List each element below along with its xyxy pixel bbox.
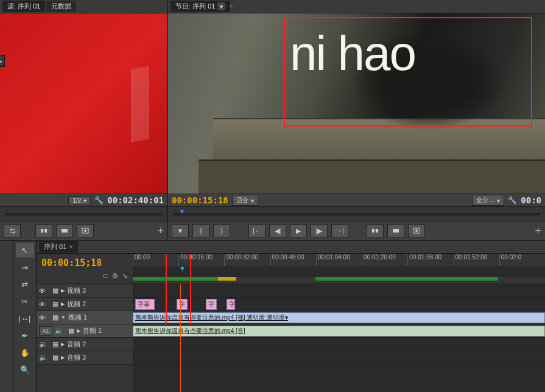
eye-icon[interactable]: 👁 [39, 287, 50, 295]
program-transport: ▼ { } |← ◀| ▶ |▶ →| + [168, 222, 545, 240]
sync-lock-icon[interactable]: ▦ [52, 340, 58, 348]
track-header-v3[interactable]: 👁▦▶视频 3 [37, 284, 133, 298]
sequence-tab[interactable]: 序列 01× [39, 241, 78, 253]
program-fit-dropdown[interactable]: 适合▾ [232, 195, 258, 206]
pen-tool[interactable]: ✒ [16, 328, 34, 343]
program-tabs: 节目: 序列 01▾ × [168, 0, 545, 13]
source-scrub[interactable] [0, 207, 167, 222]
subtitle-clip[interactable]: 字 [227, 299, 235, 310]
source-tab[interactable]: 源: 序列 01 [2, 1, 45, 12]
settings-icon[interactable]: ↘ [122, 271, 128, 280]
source-timecode[interactable]: 00:02:40:01 [107, 195, 164, 205]
sync-lock-icon[interactable]: ▦ [52, 313, 58, 321]
export-frame-button[interactable] [408, 224, 425, 237]
play-button[interactable]: ▶ [290, 224, 307, 237]
track-a3[interactable] [133, 351, 545, 365]
step-forward-button[interactable]: |▶ [311, 224, 328, 237]
subtitle-clip[interactable]: 字 [206, 299, 217, 310]
sync-lock-icon[interactable]: ▦ [52, 300, 58, 308]
track-header-a1[interactable]: A1🔉▦▶音频 1 [37, 324, 133, 338]
linked-selection-icon[interactable]: ⊕ [112, 271, 118, 280]
slip-tool[interactable]: |↔| [16, 311, 34, 326]
playhead-icon[interactable]: ▼ [179, 208, 185, 215]
playhead-line[interactable] [180, 284, 181, 392]
program-scrub[interactable]: ▼ [168, 207, 545, 222]
add-marker-button[interactable]: ▼ [172, 224, 189, 237]
source-tabs: 源: 序列 01 元数据 [0, 0, 167, 13]
ripple-edit-tool[interactable]: ⇄ [16, 277, 34, 292]
track-header-a2[interactable]: 🔉▦▶音频 2 [37, 338, 133, 351]
wrench-icon[interactable]: 🔧 [94, 196, 104, 205]
sync-lock-icon[interactable]: ▦ [52, 354, 58, 362]
svg-rect-5 [372, 229, 374, 233]
extract-button[interactable] [387, 224, 404, 237]
mark-out-button[interactable]: } [213, 224, 230, 237]
source-controls-bar: 1/2▾ 🔧 00:02:40:01 [0, 194, 167, 207]
eye-icon[interactable]: 👁 [39, 314, 50, 321]
zoom-tool[interactable]: 🔍 [16, 362, 34, 377]
track-a2[interactable] [133, 338, 545, 351]
eye-icon[interactable]: 👁 [39, 301, 50, 308]
ruler-tick: 00:02:0 [499, 254, 545, 266]
tool-palette: ↖ ⇥ ⇄ ✂ |↔| ✒ ✋ 🔍 [13, 240, 37, 392]
track-header-v1[interactable]: 👁▦▼视频 1 [37, 311, 133, 324]
svg-point-9 [415, 229, 418, 232]
program-monitor-panel: 节目: 序列 01▾ × ni hao 00:00:15:18 适合▾ 全分…▾… [168, 0, 545, 240]
video-clip[interactable]: 熊本熊告诉你温泉有些要注意的.mp4 [视] 透明度:透明度▾ [133, 312, 545, 323]
subtitle-clip[interactable]: 字幕 [135, 299, 155, 310]
metadata-tab[interactable]: 元数据 [46, 1, 76, 12]
program-duration: 00:0 [521, 195, 541, 205]
collapse-arrow-icon[interactable]: ▶ [0, 55, 5, 67]
hand-tool[interactable]: ✋ [16, 345, 34, 360]
title-overlay-text: ni hao [290, 26, 415, 82]
speaker-icon[interactable]: 🔉 [55, 327, 66, 335]
program-quality-dropdown[interactable]: 全分…▾ [472, 195, 504, 206]
timeline-timecode[interactable]: 00:00:15;18 [41, 257, 128, 268]
overwrite-button[interactable] [56, 224, 73, 237]
source-video[interactable] [0, 13, 167, 194]
program-timecode[interactable]: 00:00:15:18 [172, 195, 228, 205]
source-zoom-dropdown[interactable]: 1/2▾ [68, 196, 91, 205]
close-icon[interactable]: × [229, 3, 233, 10]
audio-clip[interactable]: 熊本熊告诉你温泉有些要注意的.mp4 [音] [133, 326, 545, 337]
timeline-content[interactable]: 字幕 字 字 字 熊本熊告诉你温泉有些要注意的.mp4 [视] 透明度:透明度▾… [133, 284, 545, 392]
timeline-collapse-strip: ▶ [0, 240, 13, 392]
timeline-panel: ▶ ↖ ⇥ ⇄ ✂ |↔| ✒ ✋ 🔍 序列 01× 00:00:15;18 ⊂… [0, 240, 545, 392]
mark-toggle-button[interactable]: ⇆ [4, 224, 21, 237]
add-button-icon[interactable]: + [535, 225, 541, 237]
track-headers: 👁▦▶视频 3 👁▦▶视频 2 👁▦▼视频 1 A1🔉▦▶音频 1 🔉▦▶音频 … [37, 284, 133, 392]
close-icon[interactable]: × [69, 243, 72, 250]
wrench-icon[interactable]: 🔧 [508, 196, 517, 205]
source-patch-a1[interactable]: A1 [39, 326, 52, 336]
program-tab[interactable]: 节目: 序列 01▾ [171, 1, 230, 12]
track-header-v2[interactable]: 👁▦▶视频 2 [37, 298, 133, 311]
lift-button[interactable] [367, 224, 384, 237]
track-v1[interactable]: 熊本熊告诉你温泉有些要注意的.mp4 [视] 透明度:透明度▾ [133, 311, 545, 324]
sync-lock-icon[interactable]: ▦ [52, 287, 58, 295]
svg-rect-2 [62, 229, 68, 233]
insert-button[interactable] [35, 224, 52, 237]
playhead-marker-icon[interactable]: ▼ [179, 265, 186, 272]
add-button-icon[interactable]: + [157, 225, 164, 237]
sync-lock-icon[interactable]: ▦ [68, 327, 74, 335]
program-controls-bar: 00:00:15:18 适合▾ 全分…▾ 🔧 00:0 [168, 194, 545, 207]
track-select-tool[interactable]: ⇥ [16, 260, 34, 275]
speaker-icon[interactable]: 🔉 [39, 354, 50, 362]
program-video[interactable]: ni hao [168, 13, 545, 194]
track-a1[interactable]: 熊本熊告诉你温泉有些要注意的.mp4 [音] [133, 324, 545, 338]
track-header-a3[interactable]: 🔉▦▶音频 3 [37, 351, 133, 365]
razor-tool[interactable]: ✂ [16, 294, 34, 309]
subtitle-clip[interactable]: 字 [177, 299, 188, 310]
snap-icon[interactable]: ⊂ [102, 271, 108, 280]
ruler-tick: 00:01:36:00 [407, 254, 453, 266]
export-frame-button[interactable] [77, 224, 94, 237]
track-v2[interactable]: 字幕 字 字 字 [133, 298, 545, 311]
go-to-out-button[interactable]: →| [331, 224, 348, 237]
selection-tool[interactable]: ↖ [16, 243, 34, 257]
speaker-icon[interactable]: 🔉 [39, 340, 50, 348]
timeline-ruler[interactable]: 00:0000:00:16:0000:00:32:0000:00:48:0000… [133, 254, 545, 284]
track-v3[interactable] [133, 284, 545, 298]
go-to-in-button[interactable]: |← [248, 224, 265, 237]
step-back-button[interactable]: ◀| [269, 224, 286, 237]
mark-in-button[interactable]: { [192, 224, 209, 237]
